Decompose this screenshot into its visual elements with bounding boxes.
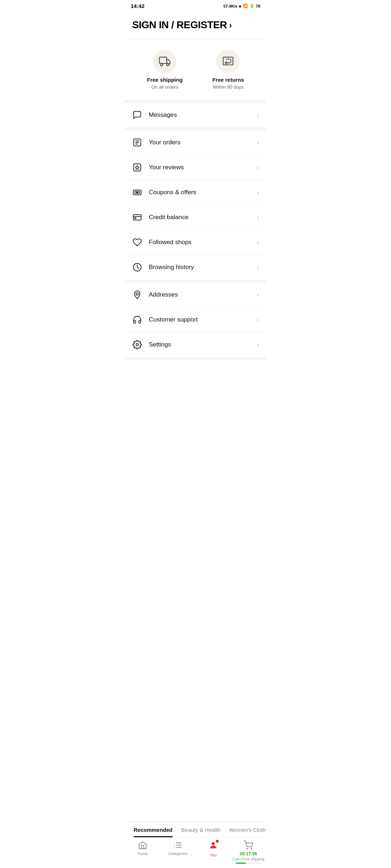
benefit-free-shipping: Free shipping On all orders xyxy=(147,50,182,90)
history-label: Browsing history xyxy=(149,264,257,271)
free-returns-title: Free returns xyxy=(212,77,244,83)
svg-rect-14 xyxy=(133,214,141,220)
status-time: 14:42 xyxy=(131,3,144,9)
svg-point-18 xyxy=(136,293,139,295)
svg-point-1 xyxy=(160,63,163,66)
orders-label: Your orders xyxy=(149,139,257,146)
orders-icon xyxy=(132,137,142,148)
account-section: Your orders › Your reviews › Coupons & o… xyxy=(125,130,266,282)
addresses-item[interactable]: Addresses › xyxy=(125,282,266,307)
truck-icon xyxy=(159,56,171,67)
sign-in-section: SIGN IN / REGISTER xyxy=(125,12,266,40)
addresses-arrow: › xyxy=(257,291,259,299)
coupons-item[interactable]: Coupons & offers › xyxy=(125,180,266,205)
coupons-label: Coupons & offers xyxy=(149,189,257,196)
support-arrow: › xyxy=(257,316,259,324)
svg-rect-3 xyxy=(223,57,233,65)
benefits-section: Free shipping On all orders Free returns… xyxy=(125,40,266,103)
settings-label: Settings xyxy=(149,341,257,348)
addresses-label: Addresses xyxy=(149,291,257,298)
benefit-free-returns: Free returns Within 90 days xyxy=(212,50,244,90)
settings-item[interactable]: Settings › xyxy=(125,332,266,357)
free-shipping-subtitle: On all orders xyxy=(151,84,178,90)
battery-level: 70 xyxy=(256,4,260,8)
addresses-icon xyxy=(132,290,142,300)
svg-point-2 xyxy=(167,63,169,66)
messages-section: Messages › xyxy=(125,103,266,130)
followed-shops-label: Followed shops xyxy=(149,239,257,246)
credit-icon xyxy=(132,212,142,222)
network-speed: 57.4K/s xyxy=(223,4,237,8)
credit-label: Credit balance xyxy=(149,214,257,221)
svg-point-19 xyxy=(136,344,139,346)
free-returns-subtitle: Within 90 days xyxy=(213,84,244,90)
messages-label: Messages xyxy=(149,111,257,119)
browsing-history-item[interactable]: Browsing history › xyxy=(125,255,266,280)
credit-balance-item[interactable]: Credit balance › xyxy=(125,205,266,230)
sign-in-link[interactable]: SIGN IN / REGISTER xyxy=(132,19,232,30)
free-shipping-title: Free shipping xyxy=(147,77,182,83)
support-label: Customer support xyxy=(149,316,257,323)
settings-section: Addresses › Customer support › Settings … xyxy=(125,282,266,360)
return-icon xyxy=(222,56,234,67)
support-icon xyxy=(132,315,142,325)
credit-arrow: › xyxy=(257,214,259,221)
free-shipping-icon-wrapper xyxy=(153,50,176,73)
history-icon xyxy=(132,262,142,272)
reviews-label: Your reviews xyxy=(149,164,257,171)
free-returns-icon-wrapper xyxy=(216,50,240,73)
history-arrow: › xyxy=(257,264,259,271)
messages-icon xyxy=(132,110,142,120)
messages-arrow: › xyxy=(257,111,259,119)
settings-icon xyxy=(132,340,142,350)
your-reviews-item[interactable]: Your reviews › xyxy=(125,155,266,180)
wifi-icon: 📶 xyxy=(243,4,248,8)
followed-shops-icon xyxy=(132,237,142,247)
svg-rect-16 xyxy=(134,218,136,218)
svg-point-11 xyxy=(135,191,136,193)
status-icons: 57.4K/s ♣ 📶 🔋 70 xyxy=(223,4,260,8)
status-bar: 14:42 57.4K/s ♣ 📶 🔋 70 xyxy=(125,0,266,12)
coupons-arrow: › xyxy=(257,189,259,196)
followed-shops-item[interactable]: Followed shops › xyxy=(125,230,266,255)
coupons-icon xyxy=(132,187,142,197)
svg-rect-8 xyxy=(134,164,141,171)
svg-rect-0 xyxy=(160,57,167,63)
svg-marker-9 xyxy=(135,166,139,170)
followed-shops-arrow: › xyxy=(257,239,259,246)
battery-icon: 🔋 xyxy=(249,4,255,8)
reviews-icon xyxy=(132,162,142,173)
orders-arrow: › xyxy=(257,139,259,146)
reviews-arrow: › xyxy=(257,164,259,171)
settings-arrow: › xyxy=(257,341,259,349)
messages-item[interactable]: Messages › xyxy=(125,103,266,127)
customer-support-item[interactable]: Customer support › xyxy=(125,307,266,332)
your-orders-item[interactable]: Your orders › xyxy=(125,130,266,155)
bluetooth-icon: ♣ xyxy=(239,4,241,8)
svg-point-13 xyxy=(138,191,140,193)
